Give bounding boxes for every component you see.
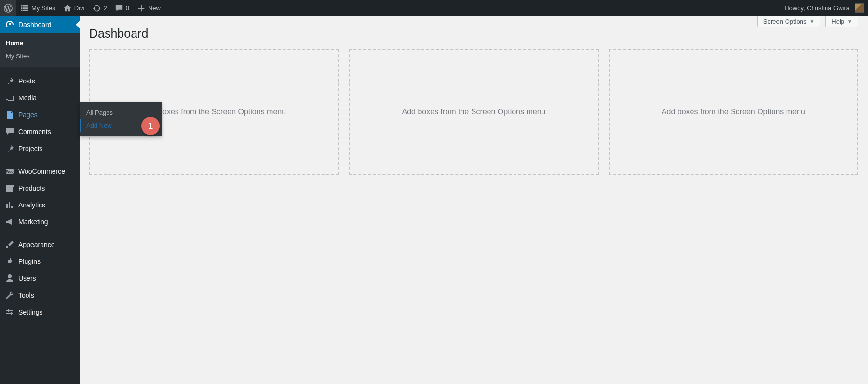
avatar-icon bbox=[855, 3, 864, 13]
dashboard-widget-row: Add boxes from the Screen Options menu A… bbox=[89, 49, 858, 175]
chevron-down-icon: ▼ bbox=[847, 19, 852, 24]
sidebar-item-label: Dashboard bbox=[18, 21, 52, 28]
chevron-down-icon: ▼ bbox=[809, 19, 814, 24]
sidebar-item-label: Comments bbox=[18, 128, 51, 136]
sidebar-item-label: Products bbox=[18, 184, 45, 192]
placeholder-text: Add boxes from the Screen Options menu bbox=[402, 108, 546, 116]
greeting-text: Howdy, Christina Gwira bbox=[785, 4, 850, 12]
sidebar-item-comments[interactable]: Comments bbox=[0, 123, 80, 140]
help-label: Help bbox=[831, 18, 844, 25]
menu-separator bbox=[0, 230, 80, 236]
sidebar-item-appearance[interactable]: Appearance bbox=[0, 236, 80, 253]
wordpress-icon bbox=[4, 4, 13, 13]
sidebar-item-label: Analytics bbox=[18, 201, 45, 209]
comment-icon bbox=[115, 4, 123, 13]
pin-icon bbox=[5, 144, 14, 153]
empty-widget-column: Add boxes from the Screen Options menu bbox=[349, 49, 598, 175]
user-icon bbox=[5, 274, 14, 283]
screen-options-toggle[interactable]: Screen Options ▼ bbox=[757, 16, 821, 27]
sidebar-item-label: Media bbox=[18, 94, 37, 102]
multisite-icon bbox=[20, 4, 29, 13]
submenu-dashboard: HomeMy Sites bbox=[0, 33, 80, 67]
comment-icon bbox=[5, 127, 14, 137]
woo-icon: Woo bbox=[5, 166, 14, 176]
sidebar-item-products[interactable]: Products bbox=[0, 179, 80, 196]
adminbar-label: New bbox=[148, 4, 161, 12]
adminbar-label: 2 bbox=[104, 4, 107, 12]
sidebar-item-label: Marketing bbox=[18, 218, 48, 226]
placeholder-text: Add boxes from the Screen Options menu bbox=[142, 108, 286, 116]
admin-bar: My SitesDivi20New Howdy, Christina Gwira bbox=[0, 0, 868, 16]
sidebar-item-projects[interactable]: Projects bbox=[0, 140, 80, 157]
help-toggle[interactable]: Help ▼ bbox=[825, 16, 858, 27]
sidebar-item-label: Users bbox=[18, 274, 36, 282]
content-area: Screen Options ▼ Help ▼ Dashboard Add bo… bbox=[80, 16, 868, 184]
wrench-icon bbox=[5, 290, 14, 300]
menu-separator bbox=[0, 67, 80, 72]
sidebar-item-posts[interactable]: Posts bbox=[0, 72, 80, 89]
sidebar-item-label: Plugins bbox=[18, 258, 41, 265]
user-greeting[interactable]: Howdy, Christina Gwira bbox=[781, 0, 868, 16]
submenu-item-my-sites[interactable]: My Sites bbox=[0, 50, 80, 63]
sidebar-item-label: Pages bbox=[18, 111, 38, 119]
megaphone-icon bbox=[5, 217, 14, 227]
sidebar-item-settings[interactable]: Settings bbox=[0, 303, 80, 320]
sidebar-item-label: Tools bbox=[18, 291, 34, 299]
archive-icon bbox=[5, 183, 14, 193]
adminbar-label: 0 bbox=[126, 4, 129, 12]
sidebar-item-plugins[interactable]: Plugins bbox=[0, 253, 80, 270]
annotation-marker-1: 1 bbox=[141, 117, 160, 135]
pin-icon bbox=[5, 76, 14, 86]
adminbar-label: My Sites bbox=[31, 4, 55, 12]
sidebar-item-label: Projects bbox=[18, 145, 43, 152]
sidebar-item-analytics[interactable]: Analytics bbox=[0, 196, 80, 213]
chart-icon bbox=[5, 200, 14, 210]
sidebar-item-marketing[interactable]: Marketing bbox=[0, 213, 80, 230]
sidebar-item-woocommerce[interactable]: WooWooCommerce bbox=[0, 163, 80, 179]
placeholder-text: Add boxes from the Screen Options menu bbox=[662, 108, 805, 116]
sidebar-item-tools[interactable]: Tools bbox=[0, 287, 80, 303]
sidebar-item-label: WooCommerce bbox=[18, 167, 65, 175]
page-icon bbox=[5, 110, 14, 120]
gauge-icon bbox=[5, 20, 14, 29]
plus-icon bbox=[137, 4, 146, 13]
adminbar-my-sites[interactable]: My Sites bbox=[16, 0, 59, 16]
sidebar-item-dashboard[interactable]: Dashboard bbox=[0, 16, 80, 33]
media-icon bbox=[5, 93, 14, 103]
home-icon bbox=[63, 4, 72, 13]
empty-widget-column: Add boxes from the Screen Options menu bbox=[609, 49, 858, 175]
refresh-icon bbox=[93, 4, 101, 13]
plug-icon bbox=[5, 257, 14, 266]
sidebar-item-label: Posts bbox=[18, 77, 35, 85]
submenu-item-home[interactable]: Home bbox=[0, 37, 80, 50]
svg-text:Woo: Woo bbox=[6, 170, 13, 173]
sidebar-item-label: Settings bbox=[18, 308, 43, 316]
sidebar-item-media[interactable]: Media bbox=[0, 89, 80, 106]
sidebar-item-pages[interactable]: Pages bbox=[0, 106, 80, 123]
adminbar-wp-logo[interactable] bbox=[0, 0, 16, 16]
adminbar-site-name[interactable]: Divi bbox=[59, 0, 89, 16]
sliders-icon bbox=[5, 307, 14, 317]
adminbar-label: Divi bbox=[74, 4, 85, 12]
screen-options-label: Screen Options bbox=[763, 18, 807, 25]
admin-sidebar: DashboardHomeMy SitesPostsMediaPagesComm… bbox=[0, 16, 80, 384]
menu-separator bbox=[0, 157, 80, 163]
adminbar-updates[interactable]: 2 bbox=[89, 0, 111, 16]
brush-icon bbox=[5, 240, 14, 249]
adminbar-comments[interactable]: 0 bbox=[111, 0, 133, 16]
adminbar-new[interactable]: New bbox=[133, 0, 164, 16]
sidebar-item-users[interactable]: Users bbox=[0, 270, 80, 287]
page-title: Dashboard bbox=[89, 16, 858, 45]
sidebar-item-label: Appearance bbox=[18, 241, 55, 248]
